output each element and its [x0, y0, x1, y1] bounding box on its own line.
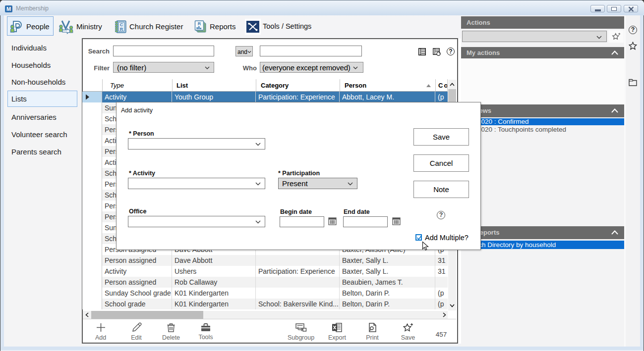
svg-text:R: R [198, 21, 201, 26]
svg-text:R: R [120, 27, 123, 32]
